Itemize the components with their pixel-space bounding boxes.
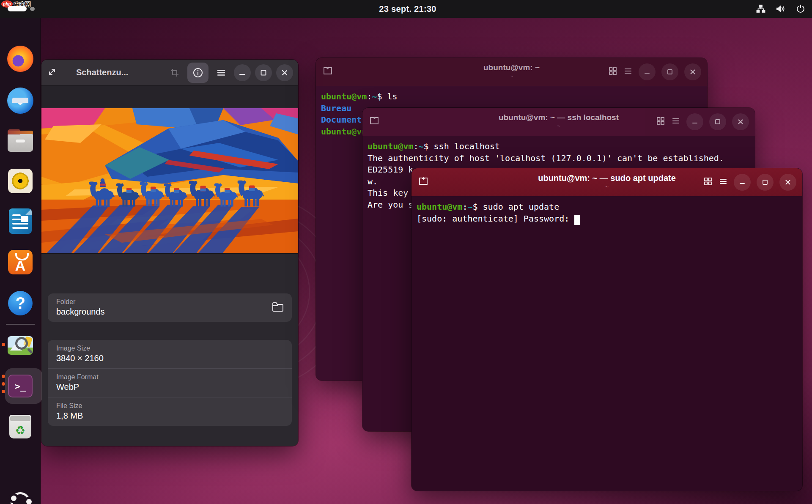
terminal2-subtitle: ~ <box>499 123 619 129</box>
property-label: Image Format <box>56 373 283 381</box>
property-value: 1,8 MB <box>56 411 283 421</box>
help-icon: ? <box>8 291 33 315</box>
app-center-icon: A <box>8 250 33 274</box>
maximize-button[interactable] <box>661 63 678 80</box>
dock-item-show-apps[interactable] <box>3 488 37 504</box>
terminal-line: The authenticity of host 'localhost (127… <box>368 153 755 165</box>
trash-icon: ♻ <box>9 415 31 438</box>
menu-icon[interactable] <box>719 177 728 188</box>
desktop: 23 sept. 21:30 <box>0 0 812 504</box>
image-content[interactable] <box>41 108 298 253</box>
top-bar: 23 sept. 21:30 <box>0 0 812 18</box>
terminal-line: ubuntu@vm:~$ ssh localhost <box>368 141 755 153</box>
property-value: 3840 × 2160 <box>56 353 283 363</box>
property-label: File Size <box>56 402 283 410</box>
maximize-button[interactable] <box>757 174 774 191</box>
terminal3-headerbar[interactable]: ubuntu@vm: ~ — sudo apt update ~ <box>411 168 802 196</box>
terminal-line: ubuntu@vm:~$ ls <box>321 91 707 103</box>
folder-label: Folder <box>56 298 283 306</box>
terminal3-subtitle: ~ <box>538 184 676 190</box>
dock-item-thunderbird[interactable] <box>3 87 37 115</box>
terminal-window-3: ubuntu@vm: ~ — sudo apt update ~ <box>411 168 802 491</box>
close-button[interactable] <box>276 64 293 81</box>
dock-item-libreoffice[interactable] <box>3 207 37 235</box>
dock-item-trash[interactable]: ♻ <box>3 413 37 441</box>
info-button[interactable] <box>187 63 208 83</box>
close-button[interactable] <box>684 63 701 80</box>
terminal-line: [sudo: authenticate] Password: <box>417 214 802 225</box>
system-tray[interactable] <box>756 0 805 18</box>
clock[interactable]: 23 sept. 21:30 <box>379 0 436 18</box>
rhythmbox-icon <box>8 169 33 193</box>
power-icon <box>796 4 805 14</box>
image-properties-panel: Folder backgrounds Image Size3840 × 2160… <box>41 253 298 446</box>
minimize-button[interactable] <box>686 113 703 130</box>
running-indicator-dot <box>2 343 5 346</box>
terminal1-headerbar[interactable]: ubuntu@vm: ~ ~ <box>316 58 707 86</box>
details-card: Image Size3840 × 2160Image FormatWebPFil… <box>48 340 292 426</box>
network-icon <box>756 4 765 14</box>
property-label: Image Size <box>56 345 283 352</box>
image-viewer-headerbar[interactable]: Schattenzu... <box>41 60 298 86</box>
folder-icon[interactable] <box>272 301 284 314</box>
dock-item-firefox[interactable] <box>3 45 37 73</box>
terminal-icon: >_ <box>8 375 33 397</box>
dock-separator <box>6 324 35 325</box>
menu-icon[interactable] <box>213 64 230 81</box>
property-value: WebP <box>56 382 283 392</box>
dock-item-terminal[interactable]: >_ <box>3 372 37 400</box>
new-tab-icon[interactable] <box>417 175 429 189</box>
terminal1-title: ubuntu@vm: ~ <box>483 63 540 72</box>
maximize-button[interactable] <box>709 113 726 130</box>
tabs-grid-icon[interactable] <box>656 116 665 127</box>
image-viewer-title: Schattenzu... <box>76 68 128 77</box>
image-letterbox <box>41 86 298 108</box>
dock-item-image-viewer[interactable] <box>3 331 37 359</box>
terminal-line: ubuntu@vm:~$ sudo apt update <box>417 202 802 214</box>
maximize-button[interactable] <box>255 64 272 81</box>
folder-card[interactable]: Folder backgrounds <box>48 293 292 322</box>
image-viewer-icon <box>8 336 33 355</box>
new-tab-icon[interactable] <box>368 115 380 129</box>
terminal3-title: ubuntu@vm: ~ — sudo apt update <box>538 173 676 183</box>
ubuntu-logo-icon <box>11 492 30 504</box>
tabs-grid-icon[interactable] <box>703 177 713 188</box>
terminal2-headerbar[interactable]: ubuntu@vm: ~ — ssh localhost ~ <box>362 108 755 136</box>
dock-item-app-center[interactable]: A <box>3 248 37 276</box>
dock-item-rhythmbox[interactable] <box>3 167 37 195</box>
minimize-button[interactable] <box>734 174 751 191</box>
folder-value: backgrounds <box>56 307 283 317</box>
close-button[interactable] <box>779 174 796 191</box>
volume-icon <box>776 4 786 14</box>
dock-item-files[interactable] <box>3 127 37 155</box>
terminal2-title: ubuntu@vm: ~ — ssh localhost <box>499 113 619 122</box>
libreoffice-icon <box>9 208 32 234</box>
terminal1-subtitle: ~ <box>483 73 540 79</box>
crop-icon[interactable] <box>166 64 183 81</box>
property-row: Image FormatWebP <box>48 368 292 397</box>
firefox-icon <box>7 46 33 72</box>
thunderbird-icon <box>7 88 33 114</box>
menu-icon[interactable] <box>671 116 680 127</box>
image-viewer-window: Schattenzu... <box>41 60 298 446</box>
menu-icon[interactable] <box>623 66 633 77</box>
minimize-button[interactable] <box>639 63 656 80</box>
files-icon <box>8 132 33 152</box>
tabs-grid-icon[interactable] <box>608 66 617 77</box>
dock-item-help[interactable]: ? <box>3 289 37 317</box>
dock: A ? >_ ♻ <box>0 18 41 504</box>
property-row: File Size1,8 MB <box>48 397 292 426</box>
running-indicator-dots <box>2 375 5 393</box>
minimize-button[interactable] <box>234 64 251 81</box>
new-tab-icon[interactable] <box>322 65 334 79</box>
expand-icon[interactable] <box>47 66 58 79</box>
close-button[interactable] <box>732 113 749 130</box>
property-row: Image Size3840 × 2160 <box>48 340 292 368</box>
terminal3-output[interactable]: ubuntu@vm:~$ sudo apt update[sudo: authe… <box>411 197 802 491</box>
